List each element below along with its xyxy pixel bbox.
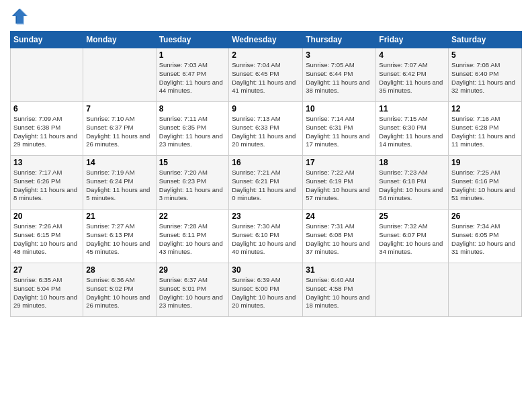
day-number: 27 (13, 265, 80, 275)
calendar-cell: 1Sunrise: 7:03 AM Sunset: 6:47 PM Daylig… (156, 48, 229, 102)
calendar-cell: 14Sunrise: 7:19 AM Sunset: 6:24 PM Dayli… (83, 156, 156, 210)
day-info: Sunrise: 7:23 AM Sunset: 6:18 PM Dayligh… (379, 169, 445, 203)
calendar-week-row: 20Sunrise: 7:26 AM Sunset: 6:15 PM Dayli… (11, 210, 522, 263)
calendar-cell: 3Sunrise: 7:05 AM Sunset: 6:44 PM Daylig… (303, 48, 376, 102)
header-row: SundayMondayTuesdayWednesdayThursdayFrid… (11, 32, 522, 48)
day-info: Sunrise: 7:17 AM Sunset: 6:26 PM Dayligh… (13, 169, 80, 203)
calendar-cell: 22Sunrise: 7:28 AM Sunset: 6:11 PM Dayli… (156, 210, 229, 263)
day-info: Sunrise: 6:40 AM Sunset: 4:58 PM Dayligh… (306, 276, 373, 310)
calendar-cell: 4Sunrise: 7:07 AM Sunset: 6:42 PM Daylig… (376, 48, 449, 102)
day-number: 17 (306, 158, 373, 167)
day-number: 26 (451, 212, 519, 221)
day-info: Sunrise: 7:07 AM Sunset: 6:42 PM Dayligh… (379, 61, 445, 95)
calendar-cell: 5Sunrise: 7:08 AM Sunset: 6:40 PM Daylig… (449, 48, 522, 102)
day-number: 1 (159, 50, 226, 60)
calendar-cell: 7Sunrise: 7:10 AM Sunset: 6:37 PM Daylig… (83, 102, 156, 156)
weekday-header: Sunday (11, 32, 83, 48)
calendar-cell (11, 48, 83, 102)
day-number: 6 (13, 104, 80, 113)
day-info: Sunrise: 6:36 AM Sunset: 5:02 PM Dayligh… (86, 276, 152, 310)
calendar-cell: 21Sunrise: 7:27 AM Sunset: 6:13 PM Dayli… (83, 210, 156, 263)
calendar-cell: 19Sunrise: 7:25 AM Sunset: 6:16 PM Dayli… (449, 156, 522, 210)
weekday-header: Friday (376, 32, 449, 48)
calendar-cell: 30Sunrise: 6:39 AM Sunset: 5:00 PM Dayli… (229, 263, 303, 317)
day-number: 25 (379, 212, 445, 221)
calendar-cell: 6Sunrise: 7:09 AM Sunset: 6:38 PM Daylig… (11, 102, 83, 156)
calendar-cell: 2Sunrise: 7:04 AM Sunset: 6:45 PM Daylig… (229, 48, 303, 102)
day-number: 4 (379, 50, 445, 60)
calendar-cell: 27Sunrise: 6:35 AM Sunset: 5:04 PM Dayli… (11, 263, 83, 317)
calendar-cell: 28Sunrise: 6:36 AM Sunset: 5:02 PM Dayli… (83, 263, 156, 317)
day-info: Sunrise: 7:31 AM Sunset: 6:08 PM Dayligh… (306, 222, 373, 257)
day-info: Sunrise: 6:39 AM Sunset: 5:00 PM Dayligh… (232, 276, 300, 310)
day-info: Sunrise: 7:15 AM Sunset: 6:30 PM Dayligh… (379, 115, 445, 149)
weekday-header: Wednesday (229, 32, 303, 48)
calendar-week-row: 1Sunrise: 7:03 AM Sunset: 6:47 PM Daylig… (11, 48, 522, 102)
day-number: 22 (159, 212, 226, 221)
day-number: 30 (232, 265, 300, 275)
day-number: 10 (306, 104, 373, 113)
day-info: Sunrise: 7:04 AM Sunset: 6:45 PM Dayligh… (232, 61, 300, 95)
day-number: 23 (232, 212, 300, 221)
day-info: Sunrise: 7:28 AM Sunset: 6:11 PM Dayligh… (159, 222, 226, 257)
day-number: 12 (451, 104, 519, 113)
day-info: Sunrise: 6:35 AM Sunset: 5:04 PM Dayligh… (13, 276, 80, 310)
day-number: 5 (451, 50, 519, 60)
day-number: 13 (13, 158, 80, 167)
day-number: 29 (159, 265, 226, 275)
logo (10, 7, 32, 26)
day-info: Sunrise: 7:27 AM Sunset: 6:13 PM Dayligh… (86, 222, 152, 257)
header (10, 7, 522, 26)
day-number: 14 (86, 158, 152, 167)
day-info: Sunrise: 7:26 AM Sunset: 6:15 PM Dayligh… (13, 222, 80, 257)
day-info: Sunrise: 7:34 AM Sunset: 6:05 PM Dayligh… (451, 222, 519, 257)
calendar-cell: 18Sunrise: 7:23 AM Sunset: 6:18 PM Dayli… (376, 156, 449, 210)
day-number: 16 (232, 158, 300, 167)
day-info: Sunrise: 7:13 AM Sunset: 6:33 PM Dayligh… (232, 115, 300, 149)
calendar-cell (376, 263, 449, 317)
calendar-cell: 11Sunrise: 7:15 AM Sunset: 6:30 PM Dayli… (376, 102, 449, 156)
day-info: Sunrise: 7:14 AM Sunset: 6:31 PM Dayligh… (306, 115, 373, 149)
day-info: Sunrise: 7:03 AM Sunset: 6:47 PM Dayligh… (159, 61, 226, 95)
day-info: Sunrise: 7:22 AM Sunset: 6:19 PM Dayligh… (306, 169, 373, 203)
calendar-week-row: 13Sunrise: 7:17 AM Sunset: 6:26 PM Dayli… (11, 156, 522, 210)
calendar-cell: 16Sunrise: 7:21 AM Sunset: 6:21 PM Dayli… (229, 156, 303, 210)
calendar-cell: 13Sunrise: 7:17 AM Sunset: 6:26 PM Dayli… (11, 156, 83, 210)
day-number: 3 (306, 50, 373, 60)
calendar-cell: 8Sunrise: 7:11 AM Sunset: 6:35 PM Daylig… (156, 102, 229, 156)
calendar-cell: 23Sunrise: 7:30 AM Sunset: 6:10 PM Dayli… (229, 210, 303, 263)
day-number: 18 (379, 158, 445, 167)
weekday-header: Thursday (303, 32, 376, 48)
calendar-cell: 15Sunrise: 7:20 AM Sunset: 6:23 PM Dayli… (156, 156, 229, 210)
day-number: 20 (13, 212, 80, 221)
day-number: 19 (451, 158, 519, 167)
calendar-cell (449, 263, 522, 317)
day-info: Sunrise: 7:05 AM Sunset: 6:44 PM Dayligh… (306, 61, 373, 95)
svg-marker-1 (13, 9, 28, 25)
day-number: 21 (86, 212, 152, 221)
day-info: Sunrise: 7:11 AM Sunset: 6:35 PM Dayligh… (159, 115, 226, 149)
day-number: 11 (379, 104, 445, 113)
weekday-header: Monday (83, 32, 156, 48)
day-info: Sunrise: 7:21 AM Sunset: 6:21 PM Dayligh… (232, 169, 300, 203)
day-number: 8 (159, 104, 226, 113)
day-info: Sunrise: 7:30 AM Sunset: 6:10 PM Dayligh… (232, 222, 300, 257)
day-number: 2 (232, 50, 300, 60)
day-info: Sunrise: 7:16 AM Sunset: 6:28 PM Dayligh… (451, 115, 519, 149)
day-info: Sunrise: 7:10 AM Sunset: 6:37 PM Dayligh… (86, 115, 152, 149)
calendar-week-row: 6Sunrise: 7:09 AM Sunset: 6:38 PM Daylig… (11, 102, 522, 156)
day-number: 28 (86, 265, 152, 275)
weekday-header: Tuesday (156, 32, 229, 48)
calendar-cell: 25Sunrise: 7:32 AM Sunset: 6:07 PM Dayli… (376, 210, 449, 263)
weekday-header: Saturday (449, 32, 522, 48)
day-info: Sunrise: 7:08 AM Sunset: 6:40 PM Dayligh… (451, 61, 519, 95)
calendar-cell: 29Sunrise: 6:37 AM Sunset: 5:01 PM Dayli… (156, 263, 229, 317)
day-info: Sunrise: 7:20 AM Sunset: 6:23 PM Dayligh… (159, 169, 226, 203)
calendar-cell: 17Sunrise: 7:22 AM Sunset: 6:19 PM Dayli… (303, 156, 376, 210)
day-info: Sunrise: 7:19 AM Sunset: 6:24 PM Dayligh… (86, 169, 152, 203)
day-info: Sunrise: 6:37 AM Sunset: 5:01 PM Dayligh… (159, 276, 226, 310)
calendar-cell: 24Sunrise: 7:31 AM Sunset: 6:08 PM Dayli… (303, 210, 376, 263)
day-number: 7 (86, 104, 152, 113)
day-info: Sunrise: 7:32 AM Sunset: 6:07 PM Dayligh… (379, 222, 445, 257)
logo-icon (10, 7, 29, 26)
